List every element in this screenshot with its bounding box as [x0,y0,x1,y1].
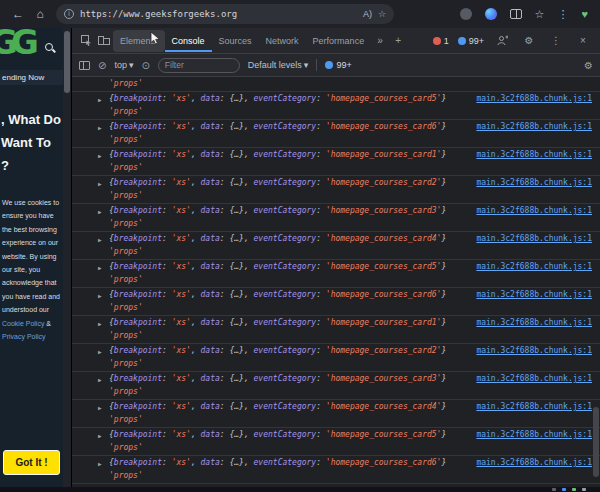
log-string-arg: 'props' [109,163,143,172]
geeksforgeeks-logo[interactable]: GG [0,28,32,62]
webpage-viewport: GG ending Now , What Do Want To ? We use… [0,28,63,487]
trending-label: ending Now [0,73,44,82]
inspect-element-icon[interactable] [77,32,95,50]
console-messages: 'props' ▶ {breakpoint: 'xs', data: {…}, … [72,77,600,487]
object-preview: {breakpoint: 'xs', data: {…}, eventCateg… [109,121,468,133]
privacy-policy-link[interactable]: Privacy Policy [2,333,46,340]
log-levels-dropdown[interactable]: Default levels ▾ [248,60,309,70]
source-link[interactable]: main.3c2f688b.chunk.js:1 [476,345,592,357]
taskbar-sliver[interactable] [0,487,600,492]
expand-triangle-icon[interactable]: ▶ [98,261,109,274]
taskbar-icon[interactable] [562,488,566,491]
expand-triangle-icon[interactable]: ▶ [98,205,109,218]
address-bar[interactable]: i https://www.geeksforgeeks.org A) ☆ [56,4,394,24]
site-info-icon[interactable]: i [64,9,74,19]
source-link[interactable]: main.3c2f688b.chunk.js:1 [476,457,592,469]
device-toolbar-icon[interactable] [95,32,113,50]
chevron-down-icon: ▾ [129,60,134,70]
issues-counter[interactable]: 99+ [458,36,484,46]
clear-console-icon[interactable]: ⊘ [98,60,106,71]
source-link[interactable]: main.3c2f688b.chunk.js:1 [476,289,592,301]
search-icon[interactable] [45,43,53,51]
expand-triangle-icon[interactable]: ▶ [98,177,109,190]
source-link[interactable]: main.3c2f688b.chunk.js:1 [476,205,592,217]
expand-triangle-icon[interactable]: ▶ [98,233,109,246]
tab-network[interactable]: Network [259,30,306,52]
home-icon[interactable]: ⌂ [30,4,50,24]
expand-triangle-icon[interactable]: ▶ [98,457,109,470]
expand-triangle-icon[interactable]: ▶ [98,121,109,134]
expand-triangle-icon[interactable]: ▶ [98,93,109,106]
got-it-button[interactable]: Got It ! [3,450,60,475]
collections-icon[interactable]: ⋮ [557,8,568,20]
source-link[interactable]: main.3c2f688b.chunk.js:1 [476,401,592,413]
browser-essentials-icon[interactable]: ♥ [581,8,588,20]
expand-triangle-icon[interactable]: ▶ [98,401,109,414]
source-link[interactable]: main.3c2f688b.chunk.js:1 [476,121,592,133]
object-preview: {breakpoint: 'xs', data: {…}, eventCateg… [109,401,468,413]
issues-icon [325,61,333,69]
page-scrollbar-thumb[interactable] [64,31,70,93]
url-text[interactable]: https://www.geeksforgeeks.org [80,9,357,19]
object-preview: {breakpoint: 'xs', data: {…}, eventCateg… [109,457,468,469]
source-link[interactable]: main.3c2f688b.chunk.js:1 [476,317,592,329]
devtools-panel: Elements Console Sources Network Perform… [71,28,600,487]
log-string-arg: 'props' [109,107,143,116]
page-scrollbar[interactable] [63,28,71,487]
browser-action-icons: ☆ ⋮ ♥ [460,8,592,20]
source-link[interactable]: main.3c2f688b.chunk.js:1 [476,373,592,385]
split-screen-icon[interactable] [510,9,522,19]
source-link[interactable]: main.3c2f688b.chunk.js:1 [476,177,592,189]
screen: ← ⌂ i https://www.geeksforgeeks.org A) ☆… [0,0,600,492]
console-log-entry: ▶ {breakpoint: 'xs', data: {…}, eventCat… [72,428,600,456]
console-log-entry: ▶ {breakpoint: 'xs', data: {…}, eventCat… [72,456,600,484]
cookie-policy-link[interactable]: Cookie Policy [2,320,44,327]
settings-gear-icon[interactable]: ⚙ [520,32,538,50]
close-devtools-icon[interactable]: × [574,32,592,50]
console-log-entry: ▶ {breakpoint: 'xs', data: {…}, eventCat… [72,344,600,372]
live-expression-eye-icon[interactable]: ⊙ [141,60,149,71]
console-log-entry: ▶ {breakpoint: 'xs', data: {…}, eventCat… [72,92,600,120]
object-preview: {breakpoint: 'xs', data: {…}, eventCateg… [109,205,468,217]
error-counter[interactable]: 1 [433,36,449,46]
browser-toolbar: ← ⌂ i https://www.geeksforgeeks.org A) ☆… [0,0,600,28]
expand-triangle-icon[interactable]: ▶ [98,429,109,442]
expand-triangle-icon[interactable]: ▶ [98,317,109,330]
console-log-entry: ▶ {breakpoint: 'xs', data: {…}, eventCat… [72,204,600,232]
profile-avatar-icon[interactable] [460,8,472,20]
source-link[interactable]: main.3c2f688b.chunk.js:1 [476,429,592,441]
tab-sources[interactable]: Sources [212,30,259,52]
expand-triangle-icon[interactable]: ▶ [98,373,109,386]
tab-console[interactable]: Console [165,30,212,52]
source-link[interactable]: main.3c2f688b.chunk.js:1 [476,93,592,105]
source-link[interactable]: main.3c2f688b.chunk.js:1 [476,261,592,273]
back-icon[interactable]: ← [8,4,28,24]
console-settings-icon[interactable]: ⚙ [584,60,593,71]
toolbar-issues-counter[interactable]: 99+ [325,60,351,70]
devtools-menu-icon[interactable]: ⋮ [547,32,565,50]
more-tabs-icon[interactable]: » [371,32,389,50]
read-aloud-icon[interactable]: A) [363,9,372,19]
source-link[interactable]: main.3c2f688b.chunk.js:1 [476,149,592,161]
taskbar-icon[interactable] [552,488,556,491]
expand-triangle-icon[interactable]: ▶ [98,345,109,358]
copilot-icon[interactable] [485,8,497,20]
expand-triangle-icon[interactable]: ▶ [98,289,109,302]
console-sidebar-icon[interactable] [79,61,90,70]
object-preview: {breakpoint: 'xs', data: {…}, eventCateg… [109,429,468,441]
tab-performance[interactable]: Performance [306,30,372,52]
bookmark-star-icon[interactable]: ☆ [378,9,386,19]
focus-mode-icon[interactable] [493,32,511,50]
console-log-entry: ▶ {breakpoint: 'xs', data: {…}, eventCat… [72,372,600,400]
expand-triangle-icon[interactable]: ▶ [98,149,109,162]
source-link[interactable]: main.3c2f688b.chunk.js:1 [476,233,592,245]
js-context-dropdown[interactable]: top ▾ [114,60,133,70]
console-scrollbar-thumb[interactable] [593,407,599,477]
log-string-arg: 'props' [109,247,143,256]
taskbar-icon[interactable] [582,488,586,491]
taskbar-icon[interactable] [572,488,576,491]
add-tab-icon[interactable]: + [389,32,407,50]
filter-input[interactable] [158,58,240,73]
favorites-icon[interactable]: ☆ [535,8,545,20]
console-log-partial: 'props' [72,77,600,92]
